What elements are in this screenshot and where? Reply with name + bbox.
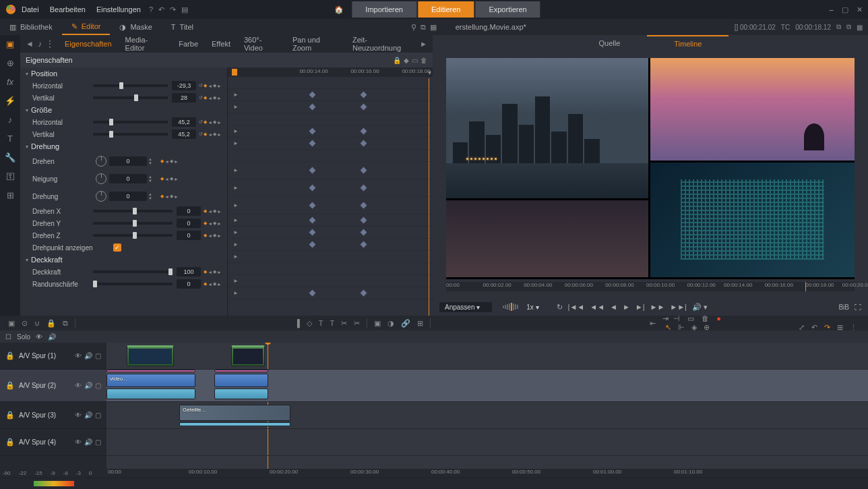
- tool-global-icon[interactable]: ⊕: [4, 57, 16, 69]
- preview-screen[interactable]: 00:00 00:00:02.00 00:00:04.00 00:00:06.0…: [433, 51, 868, 298]
- tool-bolt-icon[interactable]: ⚡: [4, 94, 16, 107]
- clip-t3[interactable]: Geteilte...: [179, 405, 290, 421]
- clip-t2-a[interactable]: video...: [106, 374, 195, 387]
- value-rot-y[interactable]: 0: [177, 219, 201, 228]
- slider-pos-h[interactable]: [93, 84, 168, 87]
- title-tab[interactable]: TTitel: [162, 19, 203, 35]
- section-opacity[interactable]: Deckkraft: [20, 254, 227, 266]
- goto-start-icon[interactable]: |◄◄: [567, 301, 586, 312]
- source-tab[interactable]: Quelle: [572, 35, 648, 51]
- tl-zoom-icon[interactable]: ▣: [5, 319, 18, 328]
- properties-tab[interactable]: Eigenschaften: [58, 40, 119, 48]
- tl-razor-icon[interactable]: ✂: [338, 319, 350, 328]
- slider-opacity[interactable]: [93, 270, 173, 273]
- rotary-tilt[interactable]: [96, 173, 106, 184]
- value-pos-v[interactable]: 28: [172, 93, 196, 103]
- slider-pos-v[interactable]: [93, 96, 168, 99]
- undo-icon[interactable]: ↶: [158, 5, 164, 14]
- edit-button[interactable]: Editieren: [418, 1, 474, 18]
- keyframe-timeline[interactable]: 00:00:14.00 00:00:16.00 00:00:18.00 ▾ ► …: [228, 67, 433, 316]
- preview-playhead[interactable]: [805, 282, 806, 291]
- export-button[interactable]: Exportieren: [475, 1, 540, 18]
- play-icon[interactable]: ►: [621, 301, 631, 312]
- menu-settings[interactable]: Einstellungen: [96, 5, 141, 13]
- clip-t1-b[interactable]: [231, 345, 265, 366]
- et-more-icon[interactable]: ⋮: [46, 39, 54, 49]
- minimize-icon[interactable]: ‒: [829, 5, 834, 14]
- save-icon[interactable]: ▤: [181, 5, 188, 14]
- effect-tab[interactable]: Effekt: [205, 40, 237, 48]
- step-back-icon[interactable]: ◄: [609, 301, 619, 312]
- tool-wrench-icon[interactable]: 🔧: [4, 151, 16, 163]
- tool-fx-icon[interactable]: fx: [4, 76, 16, 88]
- bottom-ruler[interactable]: -60-22-15-9-6-30 00:00 00:00:10.00 00:00…: [0, 469, 868, 478]
- slider-rot-z[interactable]: [93, 234, 173, 237]
- media-editor-tab[interactable]: Media-Editor: [119, 36, 173, 52]
- clip-t2-pink[interactable]: [106, 370, 195, 372]
- next-frame-icon[interactable]: ►►: [649, 301, 666, 312]
- track-header-2[interactable]: 🔒A/V Spur (2)👁🔊▢: [0, 370, 106, 402]
- link-icon[interactable]: ⚲: [411, 23, 416, 32]
- solo-check-icon[interactable]: ☐: [5, 333, 11, 341]
- tc-dup-icon[interactable]: ⧉: [846, 23, 851, 31]
- panzoom-tab[interactable]: Pan und Zoom: [286, 36, 346, 52]
- fullscreen-icon[interactable]: ⛶: [855, 304, 861, 311]
- section-rotation[interactable]: Drehung: [20, 140, 227, 152]
- slider-size-v[interactable]: [93, 133, 168, 136]
- et-music-icon[interactable]: ♪: [38, 39, 42, 49]
- library-tab[interactable]: ▥Bibliothek: [0, 19, 62, 35]
- keyframe-ruler[interactable]: 00:00:14.00 00:00:16.00 00:00:18.00 ▾: [228, 67, 433, 77]
- keyframe-marker[interactable]: [309, 92, 315, 98]
- prev-frame-icon[interactable]: ◄◄: [588, 301, 606, 312]
- tc-expand-icon[interactable]: ▦: [857, 24, 863, 31]
- tl-trim-icon[interactable]: ⊣: [671, 314, 683, 322]
- value-opacity[interactable]: 100: [177, 267, 201, 277]
- home-button[interactable]: 🏠: [328, 1, 350, 18]
- solo-speaker-icon[interactable]: 🔊: [48, 333, 56, 341]
- preview-ruler[interactable]: 00:00 00:00:02.00 00:00:04.00 00:00:06.0…: [446, 282, 855, 291]
- tl-del-icon[interactable]: ▭: [685, 314, 697, 322]
- track-speaker-icon[interactable]: 🔊: [84, 352, 92, 359]
- rotary-rotation[interactable]: [96, 191, 106, 202]
- import-button[interactable]: Importieren: [352, 1, 416, 18]
- tl-text-icon[interactable]: T: [316, 319, 326, 327]
- color-tab[interactable]: Farbe: [172, 40, 205, 48]
- track-lock-icon[interactable]: 🔒: [5, 351, 15, 360]
- tl-sq1-icon[interactable]: ▣: [371, 319, 383, 328]
- section-size[interactable]: Größe: [20, 104, 227, 116]
- tl-dup-icon[interactable]: ⧉: [60, 319, 71, 328]
- kf-reset-icon[interactable]: ↺: [199, 83, 203, 88]
- redo-icon[interactable]: ↷: [170, 5, 176, 14]
- help-icon[interactable]: ?: [149, 5, 153, 14]
- tool-media-icon[interactable]: ▣: [4, 38, 16, 50]
- menu-file[interactable]: Datei: [22, 5, 39, 13]
- kf-range-start[interactable]: [232, 69, 237, 76]
- slider-rot-x[interactable]: [93, 210, 173, 212]
- clip-t2-b-audio[interactable]: [214, 389, 268, 399]
- tl-in-icon[interactable]: ⇤: [647, 319, 658, 328]
- zoom-select[interactable]: Anpassen ▾: [439, 302, 492, 312]
- mask-tab[interactable]: ◑Maske: [110, 19, 161, 35]
- solo-eye-icon[interactable]: 👁: [36, 333, 42, 341]
- clip-t2-b[interactable]: [214, 374, 268, 387]
- value-size-h[interactable]: 45,2: [172, 117, 196, 127]
- maximize-icon[interactable]: ▢: [842, 5, 848, 14]
- section-position[interactable]: Position: [20, 67, 227, 80]
- tracks-content[interactable]: video... Geteilte...: [106, 343, 868, 469]
- value-rot-z[interactable]: 0: [177, 231, 201, 240]
- timeline-tab[interactable]: Timeline: [647, 35, 728, 51]
- clip-t2-a-audio[interactable]: [106, 389, 195, 399]
- time-reorder-tab[interactable]: Zeit-Neuzuordnung: [346, 36, 420, 52]
- value-rot-x[interactable]: 0: [177, 206, 201, 216]
- tl-grid-icon[interactable]: ⊞: [414, 319, 426, 328]
- track-header-4[interactable]: 🔒A/V Spur (4)👁🔊▢: [0, 429, 106, 456]
- value-pos-h[interactable]: -29,3: [172, 81, 196, 90]
- ph-image-icon[interactable]: ▭: [412, 57, 418, 64]
- tl-lock-icon[interactable]: 🔒: [44, 319, 59, 328]
- tc-panel-icon[interactable]: ⧉: [836, 23, 841, 31]
- kf-play-icon[interactable]: ►: [233, 92, 239, 98]
- value-rotate[interactable]: 0: [109, 156, 147, 166]
- playback-speed[interactable]: 1x ▾: [526, 304, 538, 311]
- track-header-1[interactable]: 🔒A/V Spur (1)👁🔊▢: [0, 343, 106, 370]
- goto-end-icon[interactable]: ►►|: [669, 301, 688, 312]
